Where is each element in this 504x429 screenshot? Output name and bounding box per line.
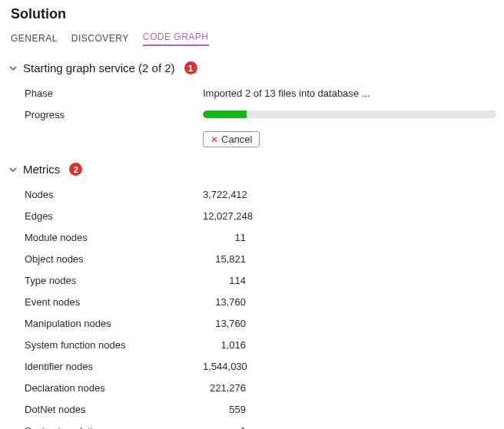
metrics-label: Type nodes <box>8 275 203 286</box>
metrics-value: 11 <box>203 232 246 243</box>
metrics-value: 3,722,412 <box>203 189 246 200</box>
metrics-label: System function nodes <box>8 339 203 351</box>
metrics-value: 559 <box>203 404 246 415</box>
metrics-row: Edges12,027,248 <box>8 205 496 226</box>
phase-label: Phase <box>8 87 203 99</box>
section-metrics: Metrics 2 Nodes3,722,412Edges12,027,248M… <box>8 163 496 429</box>
callout-badge-2: 2 <box>69 163 82 176</box>
metrics-row: Object nodes15,821 <box>8 248 496 269</box>
tab-bar: General Discovery Code Graph <box>8 28 496 46</box>
metrics-label: Edges <box>8 210 203 222</box>
metrics-row: Nodes3,722,412 <box>8 183 496 205</box>
section-title-metrics: Metrics <box>23 163 60 176</box>
metrics-value: 221,276 <box>203 382 246 394</box>
metrics-row: Module nodes11 <box>8 226 496 248</box>
page-title: Solution <box>11 6 496 22</box>
progress-bar-fill <box>203 111 247 118</box>
metrics-label: Object nodes <box>8 253 203 265</box>
row-phase: Phase Imported 2 of 13 files into databa… <box>8 82 496 104</box>
metrics-value: 13,760 <box>203 318 246 329</box>
chevron-down-icon <box>8 63 18 74</box>
metrics-value: 114 <box>203 275 246 286</box>
metrics-value: 15,821 <box>203 253 246 265</box>
tab-general[interactable]: General <box>11 30 58 46</box>
section-graph-service: Starting graph service (2 of 2) 1 Phase … <box>8 61 496 147</box>
metrics-label: Identifier nodes <box>8 361 203 372</box>
cancel-button[interactable]: ✕ Cancel <box>203 131 260 147</box>
metrics-row: Event nodes13,760 <box>8 291 496 312</box>
progress-label: Progress <box>8 109 203 120</box>
metrics-label: Event nodes <box>8 296 203 308</box>
metrics-row: Syntax translation errors1 <box>8 420 496 429</box>
metrics-label: Syntax translation errors <box>8 425 203 430</box>
cancel-button-label: Cancel <box>221 134 252 145</box>
metrics-row: Manipulation nodes13,760 <box>8 312 496 334</box>
metrics-label: Module nodes <box>8 232 203 243</box>
progress-bar <box>203 111 496 118</box>
metrics-value: 12,027,248 <box>203 210 246 222</box>
metrics-value: 1,544,030 <box>203 361 246 372</box>
metrics-row: DotNet nodes559 <box>8 398 496 420</box>
section-title-graph-service: Starting graph service (2 of 2) <box>23 61 175 74</box>
chevron-down-icon <box>8 164 18 175</box>
metrics-row: Declaration nodes221,276 <box>8 377 496 398</box>
metrics-value: 13,760 <box>203 296 246 308</box>
callout-badge-1: 1 <box>184 61 197 74</box>
metrics-row: Identifier nodes1,544,030 <box>8 355 496 377</box>
metrics-label: DotNet nodes <box>8 404 203 415</box>
section-header-metrics[interactable]: Metrics 2 <box>8 163 496 176</box>
section-header-graph-service[interactable]: Starting graph service (2 of 2) 1 <box>8 61 496 74</box>
tab-discovery[interactable]: Discovery <box>71 30 129 46</box>
metrics-row: System function nodes1,016 <box>8 334 496 355</box>
metrics-row: Type nodes114 <box>8 269 496 291</box>
tab-code-graph[interactable]: Code Graph <box>143 28 209 46</box>
metrics-value: 1,016 <box>203 339 246 351</box>
metrics-label: Manipulation nodes <box>8 318 203 329</box>
phase-value: Imported 2 of 13 files into database ... <box>203 87 496 99</box>
metrics-value: 1 <box>203 425 246 430</box>
close-icon: ✕ <box>211 135 218 144</box>
metrics-label: Declaration nodes <box>8 382 203 394</box>
row-progress: Progress <box>8 104 496 125</box>
metrics-label: Nodes <box>8 189 203 200</box>
